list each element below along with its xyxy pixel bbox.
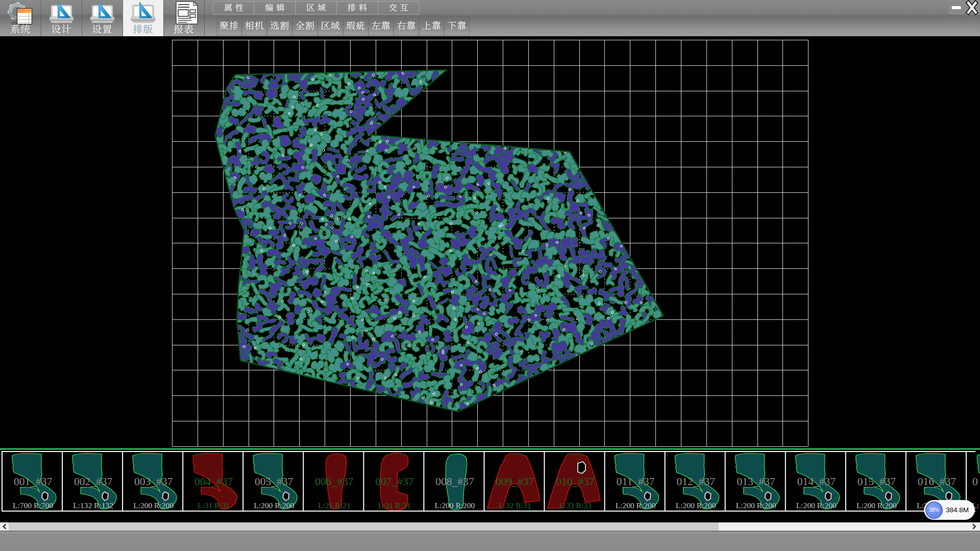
svg-text:L:200 R:200: L:200 R:200 (796, 501, 837, 510)
svg-text:L:21 R:21: L:21 R:21 (318, 501, 350, 510)
svg-text:001_#37: 001_#37 (14, 475, 53, 488)
svg-text:016_#37: 016_#37 (918, 475, 957, 488)
svg-text:008_#37: 008_#37 (435, 475, 474, 488)
svg-text:L:200 R:200: L:200 R:200 (676, 501, 716, 510)
svg-text:L:200 R:200: L:200 R:200 (254, 501, 294, 510)
svg-text:L:200 R:200: L:200 R:200 (616, 501, 656, 510)
svg-text:006_#37: 006_#37 (315, 475, 354, 488)
svg-text:003_#37: 003_#37 (134, 475, 173, 488)
svg-text:L:132 R:132: L:132 R:132 (73, 501, 113, 510)
svg-text:005_#37: 005_#37 (255, 475, 293, 488)
svg-text:004_#37: 004_#37 (194, 475, 233, 488)
svg-text:L:31 R:31: L:31 R:31 (198, 501, 230, 510)
svg-text:L:200 R:200: L:200 R:200 (856, 501, 897, 510)
svg-text:L:700 R:700: L:700 R:700 (13, 501, 53, 510)
svg-text:L:200 R:200: L:200 R:200 (736, 501, 776, 510)
svg-text:013_#37: 013_#37 (737, 475, 776, 488)
svg-text:009_#37: 009_#37 (496, 475, 534, 488)
svg-text:007_#37: 007_#37 (375, 475, 414, 488)
svg-text:014_#37: 014_#37 (797, 475, 836, 488)
svg-text:010_#37: 010_#37 (556, 475, 595, 488)
svg-text:L:32 R:31: L:32 R:31 (499, 501, 531, 510)
svg-text:011_#37: 011_#37 (617, 475, 655, 488)
svg-text:L:31 R:31: L:31 R:31 (378, 501, 410, 510)
svg-text:002_#37: 002_#37 (74, 475, 113, 488)
svg-text:L:200 R:200: L:200 R:200 (435, 501, 475, 510)
svg-text:0: 0 (972, 475, 978, 488)
svg-text:015_#37: 015_#37 (857, 475, 896, 488)
svg-text:012_#37: 012_#37 (677, 475, 716, 488)
svg-text:L:33 R:33: L:33 R:33 (559, 501, 592, 510)
svg-text:L:200 R:200: L:200 R:200 (133, 501, 174, 510)
